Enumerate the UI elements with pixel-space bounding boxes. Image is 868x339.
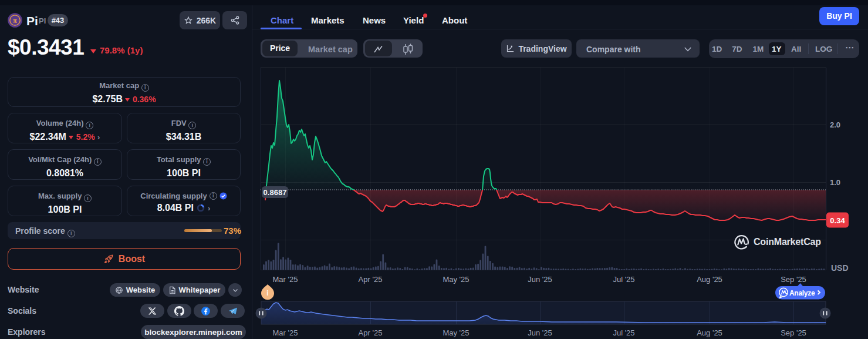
- svg-text:Jun '25: Jun '25: [528, 275, 552, 284]
- svg-text:1.0: 1.0: [830, 178, 840, 187]
- svg-text:Mar '25: Mar '25: [273, 275, 298, 284]
- svg-text:Aug '25: Aug '25: [697, 328, 722, 337]
- svg-text:π: π: [13, 17, 17, 24]
- svg-text:Jun '25: Jun '25: [528, 328, 552, 337]
- svg-text:Sep '25: Sep '25: [781, 328, 806, 337]
- svg-text:May '25: May '25: [443, 275, 469, 284]
- svg-text:Mar '25: Mar '25: [273, 328, 298, 337]
- svg-text:Analyze: Analyze: [789, 289, 815, 297]
- svg-text:CoinMarketCap: CoinMarketCap: [754, 237, 821, 247]
- svg-text:0.34: 0.34: [830, 216, 845, 225]
- svg-text:Apr '25: Apr '25: [359, 328, 383, 337]
- svg-text:May '25: May '25: [443, 328, 469, 337]
- svg-text:Aug '25: Aug '25: [697, 275, 722, 284]
- svg-text:0.8687: 0.8687: [264, 188, 287, 197]
- svg-text:USD: USD: [831, 263, 849, 273]
- svg-text:Jul '25: Jul '25: [613, 328, 634, 337]
- svg-text:Sep '25: Sep '25: [781, 275, 806, 284]
- svg-text:Jul '25: Jul '25: [613, 275, 634, 284]
- svg-text:i: i: [266, 289, 268, 297]
- svg-text:2.0: 2.0: [830, 120, 840, 129]
- svg-text:Apr '25: Apr '25: [359, 275, 383, 284]
